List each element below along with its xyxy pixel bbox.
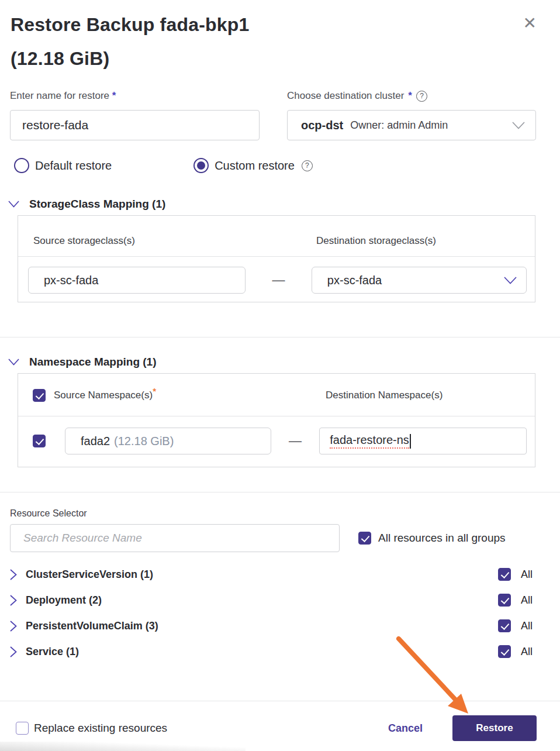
restore-type-radios: Default restore Custom restore ? bbox=[14, 158, 560, 173]
all-resources-toggle[interactable]: All resources in all groups bbox=[358, 532, 506, 545]
group-all-checkbox[interactable] bbox=[498, 568, 511, 581]
help-icon[interactable]: ? bbox=[302, 160, 313, 171]
select-all-namespaces-checkbox[interactable] bbox=[33, 389, 46, 402]
field-inputs-row: ocp-dst Owner: admin Admin bbox=[10, 110, 560, 140]
destination-storageclass-header: Destination storageclass(s) bbox=[316, 235, 436, 247]
restore-backup-dialog: Restore Backup fada-bkp1 (12.18 GiB) ✕ E… bbox=[0, 0, 560, 751]
chevron-down-icon bbox=[8, 359, 19, 366]
chevron-right-icon[interactable] bbox=[10, 646, 17, 657]
chevron-right-icon[interactable] bbox=[10, 569, 17, 580]
namespace-size-text: (12.18 GiB) bbox=[114, 435, 174, 448]
divider bbox=[0, 337, 560, 337]
replace-existing-label: Replace existing resources bbox=[34, 722, 167, 735]
restore-name-input[interactable] bbox=[10, 110, 260, 140]
search-resource-input[interactable] bbox=[10, 524, 340, 552]
cluster-owner-text: Owner: admin Admin bbox=[350, 119, 448, 132]
resource-group-row: ClusterServiceVersion (1) All bbox=[10, 561, 536, 587]
chevron-down-icon bbox=[504, 277, 517, 284]
dialog-footer: Replace existing resources Cancel Restor… bbox=[16, 715, 537, 741]
destination-cluster-select[interactable]: ocp-dst Owner: admin Admin bbox=[287, 110, 536, 140]
cluster-name-value: ocp-dst bbox=[301, 119, 343, 132]
replace-existing-checkbox[interactable] bbox=[16, 722, 29, 735]
storageclass-mapping-row: — px-sc-fada bbox=[18, 257, 535, 302]
group-all-label: All bbox=[521, 569, 536, 581]
resource-group-label[interactable]: Service (1) bbox=[26, 646, 79, 658]
mapping-dash: — bbox=[246, 273, 312, 288]
resource-group-row: Deployment (2) All bbox=[10, 587, 536, 613]
resource-group-label[interactable]: PersistentVolumeClaim (3) bbox=[26, 620, 158, 632]
restore-button[interactable]: Restore bbox=[452, 715, 537, 741]
source-namespace-header: Source Namespace(s)* bbox=[54, 390, 326, 401]
resource-group-label[interactable]: Deployment (2) bbox=[26, 594, 102, 607]
mapping-dash: — bbox=[271, 433, 319, 449]
namespace-mapping-header: Source Namespace(s)* Destination Namespa… bbox=[18, 374, 535, 416]
destination-storageclass-select[interactable]: px-sc-fada bbox=[312, 267, 527, 294]
group-all-checkbox[interactable] bbox=[498, 594, 511, 607]
namespace-mapping-toggle[interactable]: Namespace Mapping (1) bbox=[8, 356, 560, 368]
namespace-mapping-row: fada2 (12.18 GiB) — fada-restore-ns bbox=[18, 416, 535, 467]
resource-group-label[interactable]: ClusterServiceVersion (1) bbox=[26, 569, 153, 581]
dialog-title-line1: Restore Backup fada-bkp1 bbox=[11, 13, 560, 36]
all-resources-checkbox[interactable] bbox=[358, 532, 371, 545]
dialog-title-line2: (12.18 GiB) bbox=[11, 47, 560, 70]
default-restore-radio[interactable]: Default restore bbox=[14, 158, 112, 173]
radio-selected-icon bbox=[193, 158, 209, 173]
chevron-right-icon[interactable] bbox=[10, 621, 17, 632]
storageclass-mapping-toggle[interactable]: StorageClass Mapping (1) bbox=[8, 198, 560, 211]
source-storageclass-input[interactable] bbox=[28, 267, 246, 294]
resource-group-row: PersistentVolumeClaim (3) All bbox=[10, 613, 536, 639]
chevron-down-icon bbox=[8, 201, 19, 208]
text-cursor bbox=[410, 434, 411, 449]
divider bbox=[0, 492, 560, 492]
source-namespace-field[interactable]: fada2 (12.18 GiB) bbox=[65, 428, 271, 454]
group-all-label: All bbox=[521, 646, 536, 658]
cancel-button[interactable]: Cancel bbox=[388, 722, 423, 735]
close-icon[interactable]: ✕ bbox=[523, 15, 537, 32]
field-labels-row: Enter name for restore * Choose destinat… bbox=[10, 90, 560, 102]
destination-namespace-header: Destination Namespace(s) bbox=[326, 390, 443, 401]
source-storageclass-header: Source storageclass(s) bbox=[33, 235, 316, 247]
resource-selector-label: Resource Selector bbox=[10, 508, 560, 519]
namespace-row-checkbox[interactable] bbox=[33, 435, 46, 447]
group-all-checkbox[interactable] bbox=[498, 619, 511, 632]
storageclass-mapping-header: Source storageclass(s) Destination stora… bbox=[18, 216, 535, 257]
resource-selector-row: All resources in all groups bbox=[10, 524, 560, 552]
destination-namespace-input[interactable]: fada-restore-ns bbox=[319, 428, 527, 454]
destination-cluster-label: Choose destination cluster * ? bbox=[287, 90, 427, 102]
footer-divider bbox=[0, 701, 560, 701]
group-all-checkbox[interactable] bbox=[498, 645, 511, 658]
group-all-label: All bbox=[521, 594, 536, 607]
required-asterisk: * bbox=[112, 90, 116, 101]
page-edge-shadow bbox=[0, 742, 246, 751]
required-asterisk: * bbox=[408, 90, 412, 102]
chevron-right-icon[interactable] bbox=[10, 595, 17, 606]
resource-group-list: ClusterServiceVersion (1) All Deployment… bbox=[0, 561, 560, 664]
required-asterisk: * bbox=[153, 386, 156, 396]
help-icon[interactable]: ? bbox=[416, 91, 427, 102]
chevron-down-icon bbox=[512, 122, 525, 129]
storageclass-mapping-box: Source storageclass(s) Destination stora… bbox=[18, 215, 535, 302]
restore-name-label: Enter name for restore * bbox=[10, 90, 287, 102]
custom-restore-radio[interactable]: Custom restore ? bbox=[193, 158, 313, 173]
namespace-mapping-box: Source Namespace(s)* Destination Namespa… bbox=[18, 373, 535, 467]
resource-group-row: Service (1) All bbox=[10, 639, 536, 664]
radio-unselected-icon bbox=[14, 158, 29, 173]
group-all-label: All bbox=[521, 620, 536, 632]
